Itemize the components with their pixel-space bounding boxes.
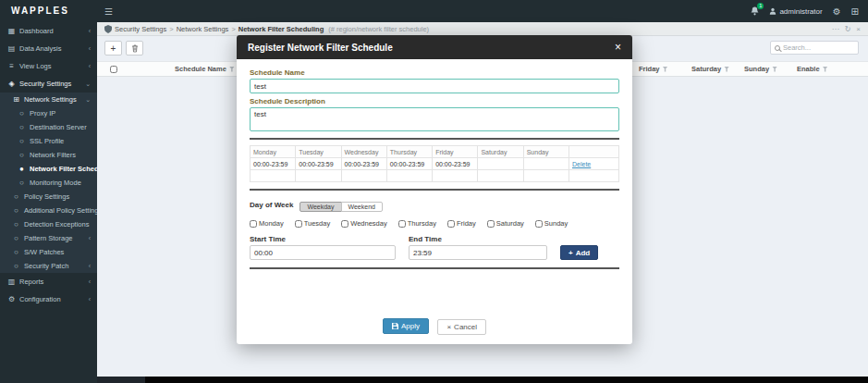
app-logo: WAPPLES [0,0,97,22]
filter-icon[interactable] [229,67,235,72]
schedule-name-input[interactable] [250,79,619,93]
saturday-checkbox[interactable] [487,220,495,228]
hamburger-menu-icon[interactable]: ☰ [97,6,120,17]
filter-icon[interactable] [772,67,777,72]
filter-icon[interactable] [724,67,729,72]
friday-checkbox[interactable] [447,220,455,228]
modal-title: Register Network Filter Schedule [248,43,393,53]
circle-icon: ○ [18,179,26,187]
sidebar-item-destination-server[interactable]: ○Destination Server [0,120,97,134]
close-panel-icon[interactable]: × [856,25,861,33]
refresh-icon[interactable]: ↻ [845,25,851,33]
week-cell [341,170,386,182]
monday-checkbox[interactable] [250,220,257,228]
sidebar-item-pattern-storage[interactable]: ○Pattern Storage‹ [0,231,97,245]
user-menu[interactable]: administrator [769,7,822,16]
saturday-checkbox-label[interactable]: Saturday [487,219,524,228]
week-cell [251,170,296,182]
sidebar-item-label: Pattern Storage [24,234,73,242]
chart-icon: ▤ [7,44,16,53]
thursday-checkbox[interactable] [398,220,406,228]
delete-link[interactable]: Delete [572,161,591,167]
week-schedule-table: Monday Tuesday Wednesday Thursday Friday… [250,145,619,182]
more-options-icon[interactable]: ⋯ [832,25,839,33]
sidebar-item-reports[interactable]: ▥Reports‹ [0,273,97,290]
week-row [251,170,619,182]
thursday-checkbox-label[interactable]: Thursday [398,219,436,228]
sidebar-item-proxy-ip[interactable]: ○Proxy IP [0,106,97,120]
delete-schedule-button[interactable] [126,41,143,56]
weekday-weekend-toggle: WeekdayWeekend [300,196,383,213]
end-time-input[interactable] [409,245,547,260]
sidebar-item-detection-exceptions[interactable]: ○Detection Exceptions [0,217,97,231]
column-label: Friday [639,65,660,73]
column-header-friday[interactable]: Friday [639,65,691,73]
sidebar-item-security-settings[interactable]: ◈Security Settings⌄ [0,75,97,93]
wednesday-checkbox[interactable] [341,220,348,228]
sidebar-item-configuration[interactable]: ⚙Configuration‹ [0,290,97,308]
weekend-button[interactable]: Weekend [341,202,383,212]
select-all-checkbox[interactable] [110,66,117,73]
sidebar-item-label: Reports [19,278,43,286]
add-schedule-button[interactable]: + [104,41,122,56]
breadcrumb-segment[interactable]: Security Settings [115,25,166,33]
schedule-description-input[interactable]: test [250,107,619,131]
column-header-enable[interactable]: Enable [797,65,850,73]
register-schedule-modal: Register Network Filter Schedule × Sched… [237,35,632,344]
circle-icon: ○ [12,192,20,201]
week-header-cell: Thursday [386,146,432,158]
sidebar-item-dashboard[interactable]: ▦Dashboard‹ [0,22,97,40]
plus-icon: + [111,43,116,54]
cancel-button-label: Cancel [454,323,477,331]
column-header-sunday[interactable]: Sunday [744,65,797,73]
start-time-input[interactable] [250,245,396,260]
wednesday-checkbox-label[interactable]: Wednesday [341,219,386,228]
filter-icon[interactable] [823,67,828,72]
tuesday-checkbox[interactable] [295,220,302,228]
apps-grid-icon[interactable]: ⊞ [851,6,859,17]
header-right: 1 administrator ⚙ ⊞ [751,6,868,17]
apply-button-label: Apply [401,322,420,330]
cancel-button[interactable]: × Cancel [437,319,486,335]
weekday-button[interactable]: Weekday [300,202,341,212]
plus-icon: + [568,249,573,257]
sidebar-item-sw-patches[interactable]: ○S/W Patches [0,245,97,259]
close-icon[interactable]: × [615,42,621,53]
circle-icon: ○ [18,123,26,131]
username: administrator [779,7,822,16]
apply-button[interactable]: Apply [383,318,429,334]
sidebar-item-additional-policy-settings[interactable]: ○Additional Policy Settings‹ [0,204,97,217]
footer-divider [250,267,619,269]
sidebar-item-data-analysis[interactable]: ▤Data Analysis‹ [0,40,97,57]
bottom-bar [145,377,868,383]
friday-checkbox-label[interactable]: Friday [447,219,476,228]
sunday-checkbox-label[interactable]: Sunday [535,219,568,228]
notifications-button[interactable]: 1 [751,6,759,16]
week-schedule-section: Monday Tuesday Wednesday Thursday Friday… [250,138,619,182]
search-input[interactable] [783,43,854,52]
sidebar-item-label: Detection Exceptions [24,220,89,229]
sidebar-item-network-settings[interactable]: ⊞Network Settings⌄ [0,93,97,106]
column-header-saturday[interactable]: Saturday [691,65,744,73]
screen: WAPPLES ☰ 1 administrator ⚙ ⊞ ▦Dashboard… [0,0,868,383]
sidebar-item-monitoring-mode[interactable]: ○Monitoring Mode [0,176,97,190]
filter-icon[interactable] [663,67,668,72]
sidebar-item-policy-settings[interactable]: ○Policy Settings [0,190,97,204]
sidebar-item-view-logs[interactable]: ≡View Logs‹ [0,57,97,75]
sidebar-item-label: Additional Policy Settings [24,206,97,215]
sidebar-item-network-filter-scheduling[interactable]: ●Network Filter Scheduling [0,162,97,176]
monday-checkbox-label[interactable]: Monday [250,219,284,228]
panel-controls: ⋯ ↻ × [832,25,861,33]
add-time-button[interactable]: +Add [560,245,598,260]
sunday-checkbox[interactable] [535,220,543,228]
sidebar-item-security-patch[interactable]: ○Security Patch‹ [0,259,97,273]
sidebar-item-network-filters[interactable]: ○Network Filters [0,148,97,162]
modal-body: Schedule Name Schedule Description test … [237,59,632,344]
sidebar-item-ssl-profile[interactable]: ○SSL Profile [0,134,97,148]
breadcrumb-segment[interactable]: Network Settings [177,25,229,33]
tuesday-checkbox-label[interactable]: Tuesday [295,219,331,228]
gear-icon[interactable]: ⚙ [833,6,841,17]
chevron-left-icon: ‹ [89,63,95,69]
checkbox-text: Monday [259,219,284,228]
week-cell [478,158,523,170]
